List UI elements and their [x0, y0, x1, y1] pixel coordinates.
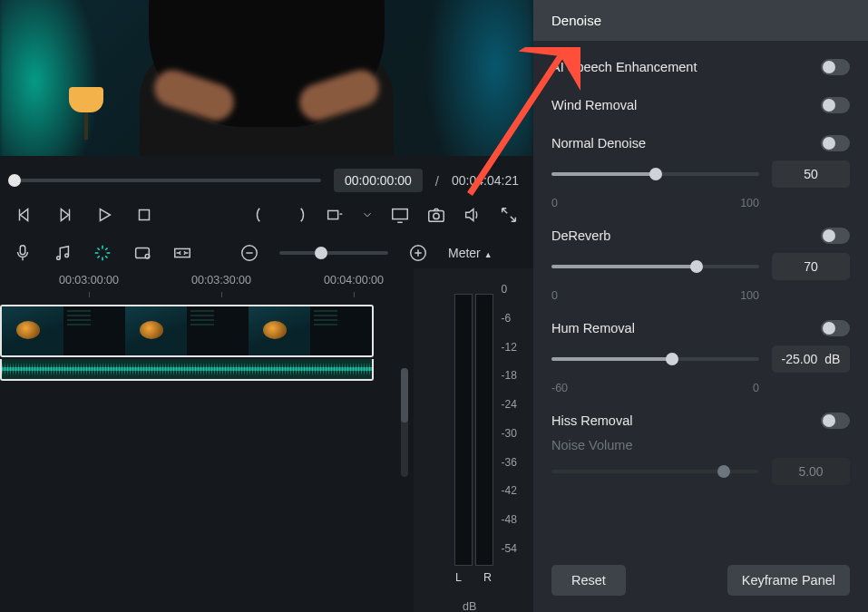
meter-bar-left — [454, 294, 473, 566]
prev-frame-icon[interactable] — [15, 205, 34, 225]
audio-clip[interactable] — [0, 359, 374, 381]
svg-rect-0 — [140, 210, 150, 220]
timeline-toolbar: Meter▲ — [0, 234, 533, 268]
svg-rect-1 — [328, 210, 338, 219]
aspect-icon[interactable] — [325, 205, 345, 225]
ai-speech-toggle[interactable] — [821, 59, 850, 75]
chevron-down-icon[interactable] — [361, 205, 374, 225]
zoom-slider[interactable] — [279, 251, 388, 255]
fullscreen-icon[interactable] — [499, 205, 519, 225]
music-note-icon[interactable] — [53, 243, 73, 263]
dereverb-max: 100 — [740, 289, 759, 302]
ai-speech-label: AI Speech Enhancement — [551, 60, 697, 74]
ruler-tick: 00:03:30:00 — [191, 274, 251, 287]
timeline-scrollbar[interactable] — [401, 368, 408, 477]
meter-label-text: Meter — [448, 246, 481, 260]
hum-removal-min: -60 — [551, 382, 568, 394]
noise-volume-label: Noise Volume — [551, 438, 632, 452]
ruler-tick: 00:04:00:00 — [324, 274, 384, 287]
reset-button[interactable]: Reset — [551, 565, 626, 596]
normal-denoise-toggle[interactable] — [821, 135, 850, 151]
mark-out-icon[interactable] — [288, 205, 308, 225]
svg-point-4 — [434, 213, 439, 219]
svg-point-9 — [145, 254, 150, 258]
svg-point-7 — [65, 254, 69, 257]
hum-removal-max: 0 — [753, 382, 759, 394]
transport-bar: 00:00:00:00 / 00:04:04:21 — [0, 156, 533, 234]
dereverb-label: DeReverb — [551, 228, 610, 243]
volume-icon[interactable] — [463, 205, 483, 225]
dereverb-toggle[interactable] — [821, 228, 850, 244]
hum-removal-value[interactable]: -25.00dB — [772, 345, 850, 373]
mic-icon[interactable] — [13, 243, 33, 263]
audio-meter: 0 -6 -12 -18 -24 -30 -36 -42 -48 -54 L R — [414, 268, 533, 612]
svg-rect-3 — [429, 210, 444, 221]
stop-icon[interactable] — [134, 205, 154, 225]
hum-removal-slider[interactable] — [551, 351, 759, 367]
next-frame-icon[interactable] — [54, 205, 74, 225]
zoom-out-icon[interactable] — [239, 243, 259, 263]
play-icon[interactable] — [94, 205, 114, 225]
normal-denoise-label: Normal Denoise — [551, 136, 646, 151]
dereverb-min: 0 — [551, 289, 558, 302]
panel-header[interactable]: Denoise — [533, 0, 868, 41]
display-icon[interactable] — [390, 205, 410, 225]
svg-rect-5 — [20, 246, 25, 255]
seek-slider[interactable] — [15, 179, 321, 182]
clip-view-icon[interactable] — [132, 243, 152, 263]
timeline-ruler[interactable]: 00:03:00:00 00:03:30:00 00:04:00:00 — [0, 274, 414, 296]
normal-denoise-max: 100 — [740, 197, 759, 209]
hum-removal-label: Hum Removal — [551, 321, 635, 335]
hiss-removal-toggle[interactable] — [821, 413, 850, 429]
caret-up-icon: ▲ — [484, 250, 493, 259]
meter-scale: 0 -6 -12 -18 -24 -30 -36 -42 -48 -54 — [502, 283, 517, 555]
hum-removal-toggle[interactable] — [821, 320, 850, 336]
fit-width-icon[interactable] — [172, 243, 192, 263]
svg-point-6 — [57, 257, 61, 260]
mark-in-icon[interactable] — [252, 205, 272, 225]
video-clip[interactable] — [0, 305, 374, 357]
meter-l-label: L — [455, 571, 462, 584]
effects-icon[interactable] — [93, 243, 112, 263]
hiss-removal-value[interactable]: 5.00 — [772, 458, 850, 485]
meter-bar-right — [475, 294, 493, 566]
hiss-removal-label: Hiss Removal — [551, 413, 632, 428]
zoom-in-icon[interactable] — [408, 243, 428, 263]
timecode-current[interactable]: 00:00:00:00 — [334, 169, 423, 192]
meter-r-label: R — [483, 571, 492, 584]
wind-removal-toggle[interactable] — [821, 97, 850, 113]
snapshot-icon[interactable] — [426, 205, 446, 225]
meter-toggle[interactable]: Meter▲ — [448, 246, 521, 260]
preview-frame — [0, 0, 533, 156]
timecode-separator: / — [435, 173, 439, 189]
meter-unit: dB — [463, 600, 476, 612]
denoise-panel: Denoise AI Speech Enhancement Wind Remov… — [533, 0, 868, 612]
ruler-tick: 00:03:00:00 — [59, 274, 119, 287]
dereverb-value[interactable]: 70 — [772, 253, 850, 280]
timeline[interactable]: 00:03:00:00 00:03:30:00 00:04:00:00 — [0, 268, 414, 612]
normal-denoise-min: 0 — [551, 197, 558, 209]
normal-denoise-slider[interactable] — [551, 166, 759, 182]
keyframe-panel-button[interactable]: Keyframe Panel — [727, 565, 850, 596]
dereverb-slider[interactable] — [551, 258, 759, 275]
video-preview[interactable] — [0, 0, 533, 156]
svg-rect-8 — [136, 248, 150, 258]
wind-removal-label: Wind Removal — [551, 98, 637, 112]
normal-denoise-value[interactable]: 50 — [772, 160, 850, 188]
svg-rect-2 — [393, 209, 408, 219]
hiss-removal-slider[interactable] — [551, 463, 759, 480]
timecode-duration: 00:04:04:21 — [452, 173, 519, 188]
